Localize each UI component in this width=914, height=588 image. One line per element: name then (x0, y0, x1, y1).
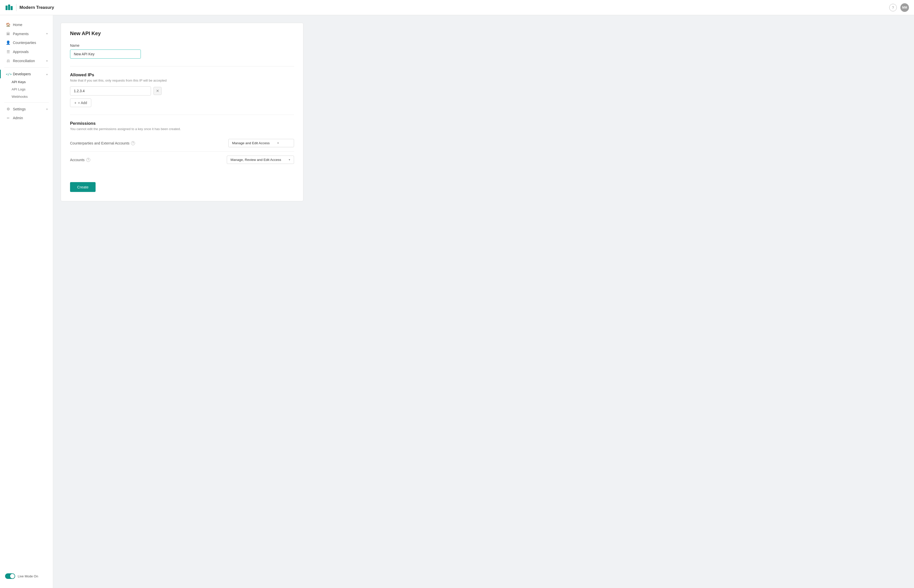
settings-icon: ⚙ (6, 107, 10, 111)
sidebar-item-reconciliation[interactable]: ⚖ Reconciliation ▾ (0, 57, 53, 65)
plus-icon: + (75, 101, 76, 105)
sidebar-sub-item-api-keys[interactable]: API Keys (11, 78, 53, 86)
perm-label-counterparties: Counterparties and External Accounts ? (70, 141, 135, 145)
perm-label-text-counterparties: Counterparties and External Accounts (70, 141, 130, 145)
app-title: Modern Treasury (19, 5, 54, 10)
header-right: ? MM (889, 3, 909, 12)
avatar[interactable]: MM (900, 3, 909, 12)
logo-icon (5, 3, 13, 11)
chevron-down-icon-settings: ▾ (46, 108, 48, 111)
sidebar-divider-2 (4, 102, 49, 103)
chevron-up-icon: ▴ (46, 73, 48, 76)
name-section: Name (70, 44, 294, 58)
sidebar: 🏠 Home 🏛 Payments ▾ 👤 Counterparties ☰ A… (0, 15, 53, 588)
name-input[interactable] (70, 50, 141, 58)
chevron-down-icon-reconciliation: ▾ (46, 59, 48, 63)
divider-1 (70, 66, 294, 66)
sidebar-item-settings-label: Settings (13, 107, 26, 111)
main-content: New API Key Name Allowed IPs Note that i… (53, 15, 914, 588)
perm-info-icon-accounts[interactable]: ? (86, 158, 90, 162)
permissions-section: Permissions You cannot edit the permissi… (70, 121, 294, 168)
sidebar-item-admin[interactable]: ✂ Admin (0, 114, 53, 122)
permissions-heading: Permissions (70, 121, 294, 126)
help-button[interactable]: ? (889, 4, 897, 11)
sidebar-nav: 🏠 Home 🏛 Payments ▾ 👤 Counterparties ☰ A… (0, 20, 53, 569)
admin-icon: ✂ (6, 116, 10, 120)
sidebar-item-approvals[interactable]: ☰ Approvals (0, 47, 53, 57)
ip-input[interactable] (70, 86, 151, 95)
sidebar-item-approvals-label: Approvals (13, 50, 29, 54)
create-button[interactable]: Create (70, 182, 96, 192)
permissions-row-accounts: Accounts ? Manage, Review and Edit Acces… (70, 152, 294, 168)
sidebar-item-developers[interactable]: </> Developers ▴ (0, 70, 53, 78)
page-card: New API Key Name Allowed IPs Note that i… (61, 23, 303, 201)
header-divider (16, 4, 16, 11)
perm-select-value-counterparties: Manage and Edit Access (232, 141, 270, 145)
reconciliation-icon: ⚖ (6, 58, 10, 63)
chevron-down-icon-accounts: ▾ (289, 158, 290, 162)
divider-2 (70, 115, 294, 115)
sidebar-sub-developers: API Keys API Logs Webhooks (0, 78, 53, 100)
ip-row: ✕ (70, 86, 294, 95)
perm-select-value-accounts: Manage, Review and Edit Access (230, 158, 281, 162)
perm-select-accounts[interactable]: Manage, Review and Edit Access ▾ (227, 155, 294, 164)
permissions-row-counterparties: Counterparties and External Accounts ? M… (70, 135, 294, 152)
permissions-subtext: You cannot edit the permissions assigned… (70, 127, 294, 131)
sidebar-item-counterparties-label: Counterparties (13, 41, 36, 45)
sidebar-footer: Live Mode On (0, 569, 53, 583)
app-body: 🏠 Home 🏛 Payments ▾ 👤 Counterparties ☰ A… (0, 15, 914, 588)
home-icon: 🏠 (6, 23, 10, 27)
developers-icon: </> (6, 72, 10, 76)
add-label: + Add (78, 101, 87, 105)
perm-label-text-accounts: Accounts (70, 158, 85, 162)
allowed-ips-subtext: Note that if you set this, only requests… (70, 79, 294, 82)
remove-ip-button[interactable]: ✕ (154, 87, 162, 95)
sidebar-item-developers-label: Developers (13, 72, 31, 76)
perm-label-accounts: Accounts ? (70, 158, 90, 162)
sidebar-item-payments-label: Payments (13, 32, 29, 36)
svg-rect-0 (6, 6, 8, 10)
approvals-icon: ☰ (6, 50, 10, 54)
sidebar-item-settings[interactable]: ⚙ Settings ▾ (0, 105, 53, 114)
live-mode-toggle[interactable] (5, 573, 15, 579)
sidebar-item-payments[interactable]: 🏛 Payments ▾ (0, 29, 53, 38)
allowed-ips-heading: Allowed IPs (70, 73, 294, 78)
sidebar-item-counterparties[interactable]: 👤 Counterparties (0, 38, 53, 47)
sidebar-sub-item-api-logs[interactable]: API Logs (11, 86, 53, 93)
svg-rect-1 (8, 5, 10, 10)
live-mode-label: Live Mode On (18, 574, 38, 578)
add-ip-button[interactable]: + + Add (70, 99, 91, 107)
svg-rect-2 (11, 6, 13, 10)
toggle-thumb (10, 574, 15, 578)
sidebar-sub-item-webhooks[interactable]: Webhooks (11, 93, 53, 100)
perm-select-counterparties[interactable]: Manage and Edit Access ▾ (228, 139, 294, 147)
sidebar-item-admin-label: Admin (13, 116, 23, 120)
chevron-down-icon-counterparties: ▾ (277, 141, 279, 145)
payments-icon: 🏛 (6, 32, 10, 36)
sidebar-item-home[interactable]: 🏠 Home (0, 20, 53, 29)
perm-info-icon-counterparties[interactable]: ? (131, 141, 135, 145)
sidebar-item-reconciliation-label: Reconciliation (13, 59, 35, 63)
counterparties-icon: 👤 (6, 40, 10, 45)
sidebar-item-home-label: Home (13, 23, 22, 27)
header: Modern Treasury ? MM (0, 0, 914, 15)
allowed-ips-section: Allowed IPs Note that if you set this, o… (70, 73, 294, 107)
header-left: Modern Treasury (5, 3, 54, 11)
page-title: New API Key (70, 31, 294, 36)
chevron-down-icon: ▾ (46, 32, 48, 36)
name-label: Name (70, 44, 294, 47)
